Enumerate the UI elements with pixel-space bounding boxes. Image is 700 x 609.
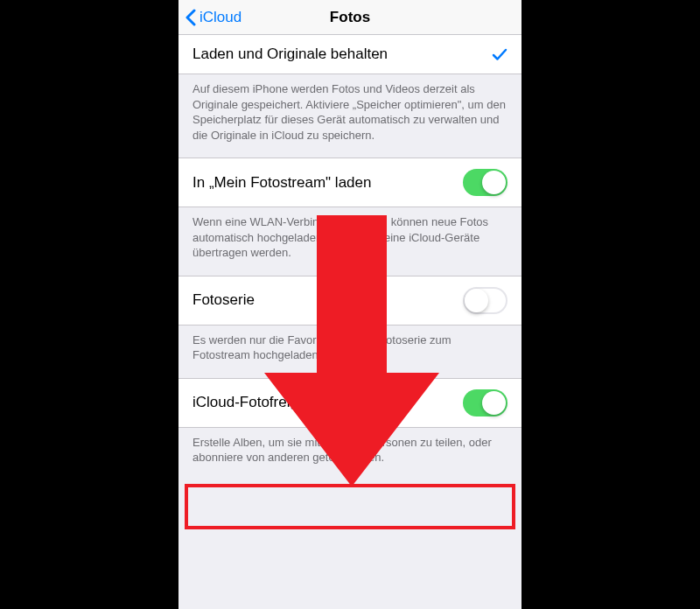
- checkmark-icon: [492, 46, 508, 62]
- footer-icloud-sharing: Erstelle Alben, um sie mit anderen Perso…: [178, 428, 522, 481]
- footer-keep-originals: Auf diesem iPhone werden Fotos und Video…: [178, 74, 522, 158]
- footer-photostream: Wenn eine WLAN-Verbindung besteht, könne…: [178, 207, 522, 276]
- row-fotoserie[interactable]: Fotoserie: [178, 276, 522, 326]
- icloud-sharing-toggle[interactable]: [463, 389, 508, 416]
- back-button[interactable]: iCloud: [178, 9, 242, 26]
- annotation-highlight-box: [185, 484, 515, 529]
- row-label: Laden und Originale behalten: [192, 46, 388, 63]
- chevron-left-icon: [186, 9, 196, 26]
- row-label: iCloud-Fotofreigabe: [192, 394, 323, 411]
- row-label: Fotoserie: [192, 291, 255, 309]
- settings-screen: iCloud Fotos Laden und Originale behalte…: [178, 0, 522, 609]
- back-label: iCloud: [200, 9, 242, 26]
- fotoserie-toggle[interactable]: [463, 287, 508, 314]
- row-photostream[interactable]: In „Mein Fotostream" laden: [178, 158, 522, 207]
- row-label: In „Mein Fotostream" laden: [192, 174, 371, 192]
- row-keep-originals[interactable]: Laden und Originale behalten: [178, 34, 522, 74]
- navbar: iCloud Fotos: [178, 0, 522, 35]
- photostream-toggle[interactable]: [463, 169, 508, 196]
- footer-fotoserie: Es werden nur die Favoriten aus der Foto…: [178, 326, 522, 379]
- row-icloud-sharing[interactable]: iCloud-Fotofreigabe: [178, 378, 522, 428]
